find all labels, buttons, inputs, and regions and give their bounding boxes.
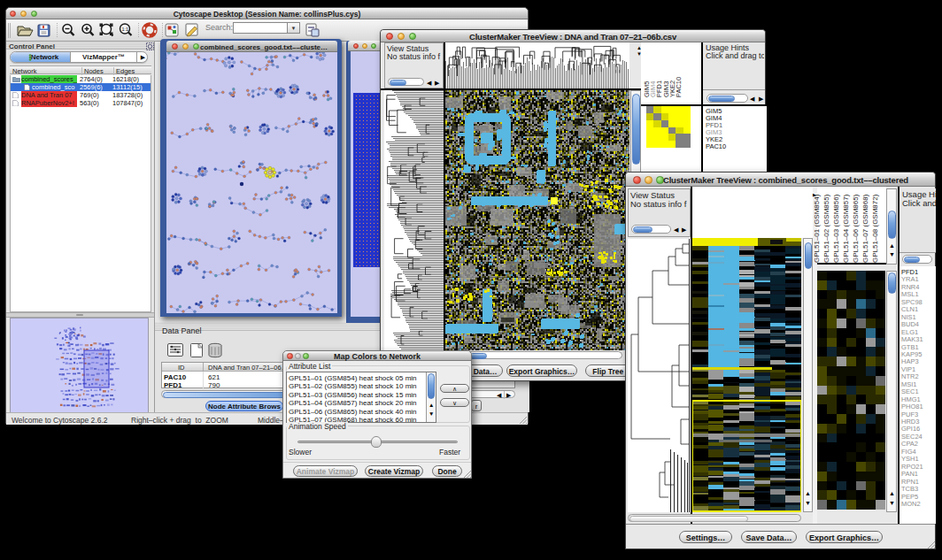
svg-text:1:1: 1:1 [122,27,129,32]
